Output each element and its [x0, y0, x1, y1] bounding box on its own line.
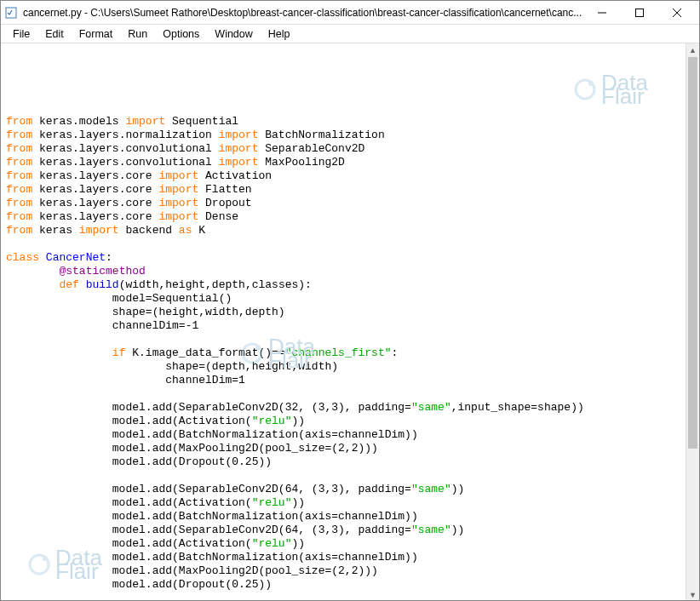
window-controls — [583, 2, 696, 24]
code-line — [6, 238, 680, 251]
maximize-button[interactable] — [621, 2, 658, 24]
code-line: from keras import backend as K — [6, 224, 680, 238]
code-line — [6, 387, 680, 401]
svg-point-6 — [588, 81, 594, 86]
scroll-thumb[interactable] — [688, 57, 697, 449]
code-line: from keras.layers.core import Activation — [6, 169, 680, 183]
code-line — [6, 333, 680, 346]
code-line: if K.image_data_format()=="channels_firs… — [6, 346, 680, 360]
menu-window[interactable]: Window — [208, 26, 259, 42]
watermark-text: Data — [601, 76, 648, 89]
code-line: model.add(Activation("relu")) — [6, 496, 680, 510]
menu-edit[interactable]: Edit — [38, 26, 71, 42]
code-line: model.add(BatchNormalization(axis=channe… — [6, 428, 680, 442]
minimize-button[interactable] — [583, 2, 621, 24]
code-line — [6, 469, 680, 483]
code-line: @staticmethod — [6, 265, 680, 278]
menu-options[interactable]: Options — [156, 26, 206, 42]
menu-format[interactable]: Format — [72, 26, 120, 42]
code-line: from keras.layers.convolutional import S… — [6, 142, 680, 156]
svg-rect-2 — [636, 9, 644, 16]
code-line: from keras.layers.core import Dropout — [6, 197, 680, 210]
code-line: model.add(MaxPooling2D(pool_size=(2,2))) — [6, 564, 680, 578]
code-line: model.add(Dropout(0.25)) — [6, 455, 680, 469]
code-line — [6, 592, 680, 601]
code-content: from keras.models import Sequentialfrom … — [6, 115, 680, 601]
code-line: shape=(depth,height,width) — [6, 360, 680, 374]
code-line: model.add(SeparableConv2D(64, (3,3), pad… — [6, 524, 680, 537]
editor-area: DataFlair DataFlair DataFlair from keras… — [1, 43, 699, 601]
code-line: from keras.layers.core import Flatten — [6, 183, 680, 197]
code-line: class CancerNet: — [6, 251, 680, 265]
code-line: model.add(SeparableConv2D(64, (3,3), pad… — [6, 483, 680, 496]
code-line: shape=(height,width,depth) — [6, 306, 680, 319]
watermark-text: Flair — [601, 89, 648, 103]
watermark-icon: DataFlair — [572, 76, 648, 103]
code-editor[interactable]: DataFlair DataFlair DataFlair from keras… — [1, 43, 686, 601]
code-line: model.add(Activation("relu")) — [6, 537, 680, 551]
code-line: model=Sequential() — [6, 292, 680, 306]
menu-file[interactable]: File — [6, 26, 37, 42]
menu-run[interactable]: Run — [121, 26, 154, 42]
window-title: cancernet.py - C:\Users\Sumeet Rathore\D… — [23, 7, 583, 19]
code-line: channelDim=-1 — [6, 319, 680, 333]
code-line: model.add(MaxPooling2D(pool_size=(2,2))) — [6, 442, 680, 455]
code-line: from keras.layers.core import Dense — [6, 210, 680, 224]
vertical-scrollbar[interactable]: ▲ ▼ — [686, 43, 699, 601]
menu-help[interactable]: Help — [261, 26, 297, 42]
code-line: def build(width,height,depth,classes): — [6, 278, 680, 292]
menu-bar: File Edit Format Run Options Window Help — [1, 25, 699, 43]
code-line: from keras.models import Sequential — [6, 115, 680, 129]
code-line: model.add(Dropout(0.25)) — [6, 578, 680, 592]
code-line: from keras.layers.normalization import B… — [6, 129, 680, 142]
code-line: from keras.layers.convolutional import M… — [6, 156, 680, 169]
code-line: model.add(BatchNormalization(axis=channe… — [6, 551, 680, 564]
svg-point-5 — [576, 80, 594, 99]
code-line: model.add(SeparableConv2D(32, (3,3), pad… — [6, 401, 680, 415]
code-line: model.add(BatchNormalization(axis=channe… — [6, 510, 680, 524]
scroll-down-arrow[interactable]: ▼ — [686, 588, 699, 601]
code-line: channelDim=1 — [6, 374, 680, 387]
svg-rect-0 — [6, 8, 16, 18]
app-icon — [4, 6, 18, 20]
code-line: model.add(Activation("relu")) — [6, 415, 680, 428]
scroll-up-arrow[interactable]: ▲ — [686, 43, 699, 57]
title-bar: cancernet.py - C:\Users\Sumeet Rathore\D… — [1, 1, 699, 25]
close-button[interactable] — [658, 2, 696, 24]
